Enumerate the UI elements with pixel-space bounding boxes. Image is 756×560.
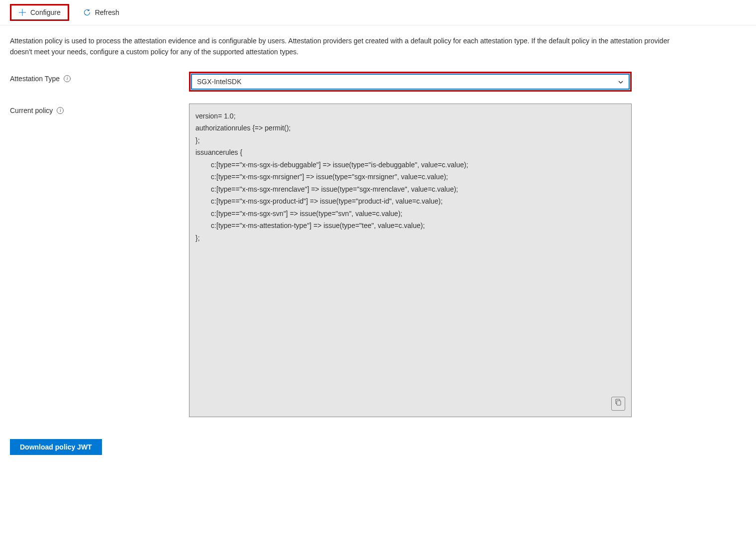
current-policy-control: version= 1.0; authorizationrules {=> per… — [189, 104, 632, 417]
dropdown-highlight: SGX-IntelSDK — [189, 72, 632, 92]
chevron-down-icon — [618, 79, 624, 85]
toolbar: Configure Refresh — [0, 0, 756, 25]
attestation-type-label-wrap: Attestation Type i — [10, 72, 189, 83]
refresh-label: Refresh — [95, 8, 119, 16]
svg-rect-2 — [617, 401, 621, 405]
configure-label: Configure — [30, 8, 61, 16]
attestation-type-dropdown[interactable]: SGX-IntelSDK — [191, 74, 630, 90]
plus-icon — [18, 8, 26, 16]
current-policy-label-wrap: Current policy i — [10, 104, 189, 114]
copy-button[interactable] — [611, 397, 625, 411]
copy-icon — [614, 398, 622, 410]
configure-highlight: Configure — [10, 4, 69, 21]
refresh-button[interactable]: Refresh — [79, 6, 123, 18]
download-policy-button[interactable]: Download policy JWT — [10, 439, 102, 455]
info-icon[interactable]: i — [57, 107, 64, 114]
content-area: Attestation policy is used to process th… — [0, 25, 756, 465]
current-policy-label: Current policy — [10, 107, 53, 114]
attestation-type-control: SGX-IntelSDK — [189, 72, 632, 92]
current-policy-row: Current policy i version= 1.0; authoriza… — [10, 104, 746, 417]
attestation-type-row: Attestation Type i SGX-IntelSDK — [10, 72, 746, 92]
configure-button[interactable]: Configure — [14, 6, 65, 18]
info-icon[interactable]: i — [64, 75, 71, 82]
policy-description: Attestation policy is used to process th… — [10, 35, 681, 58]
policy-text: version= 1.0; authorizationrules {=> per… — [195, 112, 468, 242]
attestation-type-label: Attestation Type — [10, 75, 60, 83]
refresh-icon — [83, 8, 91, 16]
attestation-type-value: SGX-IntelSDK — [197, 78, 241, 86]
policy-textbox[interactable]: version= 1.0; authorizationrules {=> per… — [189, 104, 632, 417]
